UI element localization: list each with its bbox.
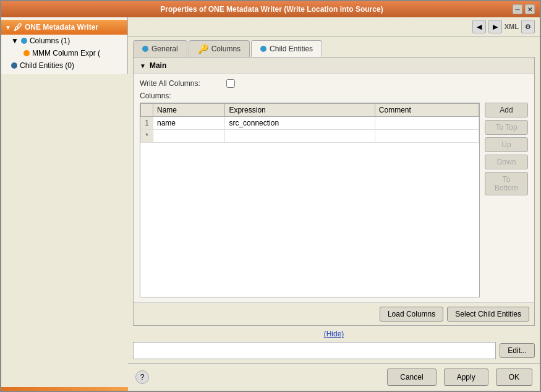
cancel-button[interactable]: Cancel	[387, 369, 436, 386]
section-collapse-icon[interactable]: ▼	[140, 62, 146, 69]
col-header-comment: Comment	[375, 104, 479, 117]
expression-editor: Edit...	[128, 342, 540, 363]
titlebar: Properties of ONE Metadata Writer (Write…	[1, 1, 540, 17]
sidebar: ▼ 🖊 ONE Metadata Writer ▼ Columns (1) MM…	[1, 17, 128, 74]
window-title: Properties of ONE Metadata Writer (Write…	[31, 5, 513, 14]
sidebar-bottom-bar	[1, 387, 128, 391]
tab-columns-label: Columns	[211, 45, 241, 53]
root-arrow-icon: ▼	[5, 24, 11, 31]
table-empty-row[interactable]: *	[141, 130, 479, 143]
close-button[interactable]: ✕	[525, 4, 535, 14]
settings-button[interactable]: ⚙	[521, 20, 535, 33]
apply-button[interactable]: Apply	[444, 369, 488, 386]
section-title: Main	[150, 61, 166, 70]
columns-field-label: Columns:	[140, 92, 528, 100]
main-content: ◀ ▶ XML ⚙ General 🔑 Columns Child Entiti…	[128, 17, 540, 391]
ok-button[interactable]: OK	[496, 369, 532, 386]
mmm-dot-icon	[23, 50, 30, 56]
sidebar-mmm-label: MMM Column Expr (	[32, 49, 100, 58]
sidebar-child-entities-label: Child Entities (0)	[20, 61, 74, 70]
tab-child-entities-label: Child Entities	[270, 45, 313, 53]
table-row[interactable]: 1 name src_connection	[141, 117, 479, 130]
side-buttons: Add To Top Up Down To Bottom	[485, 103, 528, 297]
sidebar-columns-label: Columns (1)	[30, 36, 70, 45]
top-toolbar: ◀ ▶ XML ⚙	[128, 17, 540, 36]
xml-label: XML	[505, 23, 519, 30]
back-button[interactable]: ◀	[472, 20, 486, 33]
col-header-expression: Expression	[225, 104, 375, 117]
tab-general[interactable]: General	[133, 40, 187, 57]
columns-arrow-icon: ▼	[11, 36, 19, 45]
row-comment	[375, 117, 479, 130]
child-entities-dot-icon	[11, 62, 17, 69]
row-star: *	[141, 130, 153, 143]
help-button[interactable]: ?	[135, 370, 149, 384]
columns-table-wrapper: Name Expression Comment 1 name	[140, 103, 480, 297]
main-window: Properties of ONE Metadata Writer (Write…	[0, 0, 541, 392]
sidebar-item-mmm[interactable]: MMM Column Expr (	[1, 47, 127, 59]
section-body: Write All Columns: Columns:	[134, 74, 534, 302]
hide-link[interactable]: (Hide)	[128, 326, 540, 342]
sidebar-root-item[interactable]: ▼ 🖊 ONE Metadata Writer	[1, 20, 127, 35]
sidebar-root-label: ONE Metadata Writer	[25, 23, 98, 32]
down-button[interactable]: Down	[485, 155, 528, 169]
sidebar-item-columns[interactable]: ▼ Columns (1)	[1, 35, 127, 47]
col-header-name: Name	[153, 104, 225, 117]
columns-dot-icon	[21, 38, 27, 44]
select-child-entities-button[interactable]: Select Child Entities	[447, 307, 529, 322]
tabs-bar: General 🔑 Columns Child Entities	[128, 36, 540, 57]
row-name: name	[153, 117, 225, 130]
expression-input[interactable]	[133, 342, 496, 359]
tab-bottom-buttons: Load Columns Select Child Entities	[134, 302, 534, 325]
sidebar-item-child-entities[interactable]: Child Entities (0)	[1, 59, 127, 72]
add-button[interactable]: Add	[485, 103, 528, 117]
bottom-action-bar: ? Cancel Apply OK	[128, 363, 540, 391]
empty-expression	[225, 130, 375, 143]
up-button[interactable]: Up	[485, 137, 528, 152]
to-bottom-button[interactable]: To Bottom	[485, 172, 528, 195]
write-all-columns-label: Write All Columns:	[140, 79, 220, 88]
empty-comment	[375, 130, 479, 143]
to-top-button[interactable]: To Top	[485, 120, 528, 135]
edit-button[interactable]: Edit...	[500, 343, 535, 358]
tab-general-dot	[142, 46, 148, 52]
load-columns-button[interactable]: Load Columns	[380, 307, 443, 322]
row-expression: src_connection	[225, 117, 375, 130]
section-header: ▼ Main	[134, 58, 534, 74]
tab-general-label: General	[151, 45, 178, 53]
sidebar-wrapper: ▼ 🖊 ONE Metadata Writer ▼ Columns (1) MM…	[1, 17, 128, 391]
tab-content: ▼ Main Write All Columns: Columns:	[133, 57, 535, 326]
row-number: 1	[141, 117, 153, 130]
columns-area: Name Expression Comment 1 name	[140, 103, 528, 297]
forward-button[interactable]: ▶	[488, 20, 502, 33]
col-header-num	[141, 104, 153, 117]
empty-name	[153, 130, 225, 143]
write-all-columns-row: Write All Columns:	[140, 79, 528, 88]
minimize-button[interactable]: ─	[513, 4, 522, 14]
write-all-columns-checkbox[interactable]	[226, 79, 235, 88]
tab-child-entities[interactable]: Child Entities	[251, 40, 322, 57]
body-area: ▼ 🖊 ONE Metadata Writer ▼ Columns (1) MM…	[1, 17, 540, 391]
tab-child-entities-dot	[260, 46, 266, 52]
root-icon: 🖊	[14, 22, 22, 32]
tab-columns-icon: 🔑	[198, 44, 208, 54]
tab-columns[interactable]: 🔑 Columns	[189, 40, 250, 57]
columns-table: Name Expression Comment 1 name	[140, 103, 479, 143]
window-controls: ─ ✕	[513, 4, 535, 14]
